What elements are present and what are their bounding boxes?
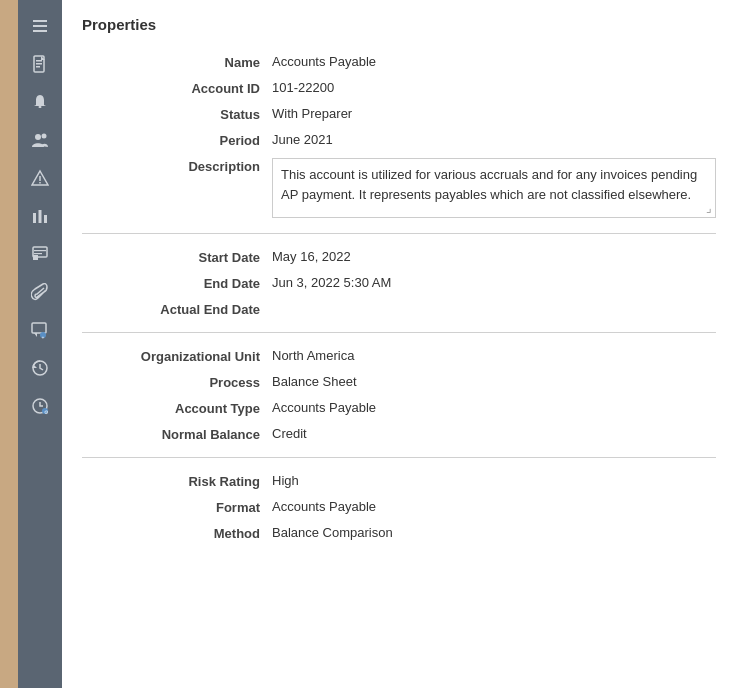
- period-row: Period June 2021: [82, 127, 716, 153]
- end-date-value: Jun 3, 2022 5:30 AM: [272, 275, 716, 290]
- resize-handle[interactable]: ⌟: [706, 202, 712, 214]
- account-type-label: Account Type: [82, 400, 272, 416]
- divider-3: [82, 457, 716, 458]
- color-sidebar-strip: [0, 0, 18, 688]
- process-row: Process Balance Sheet: [82, 369, 716, 395]
- people-icon[interactable]: [22, 122, 58, 158]
- svg-rect-20: [34, 253, 42, 254]
- svg-rect-15: [39, 210, 42, 223]
- paperclip-icon[interactable]: [22, 274, 58, 310]
- account-id-label: Account ID: [82, 80, 272, 96]
- divider-1: [82, 233, 716, 234]
- period-value: June 2021: [272, 132, 716, 147]
- account-type-row: Account Type Accounts Payable: [82, 395, 716, 421]
- svg-rect-18: [33, 255, 38, 260]
- org-unit-label: Organizational Unit: [82, 348, 272, 364]
- org-unit-value: North America: [272, 348, 716, 363]
- status-label: Status: [82, 106, 272, 122]
- status-value: With Preparer: [272, 106, 716, 121]
- status-row: Status With Preparer: [82, 101, 716, 127]
- svg-rect-14: [33, 213, 36, 223]
- account-id-row: Account ID 101-22200: [82, 75, 716, 101]
- svg-point-9: [35, 134, 41, 140]
- svg-point-10: [42, 134, 47, 139]
- chart-icon[interactable]: [22, 198, 58, 234]
- risk-rating-label: Risk Rating: [82, 473, 272, 489]
- icon-sidebar: + ⚙: [18, 0, 62, 688]
- help-icon[interactable]: [22, 236, 58, 272]
- name-label: Name: [82, 54, 272, 70]
- end-date-row: End Date Jun 3, 2022 5:30 AM: [82, 270, 716, 296]
- main-content: Properties Name Accounts Payable Account…: [62, 0, 736, 688]
- method-label: Method: [82, 525, 272, 541]
- comment-icon[interactable]: +: [22, 312, 58, 348]
- end-date-label: End Date: [82, 275, 272, 291]
- period-label: Period: [82, 132, 272, 148]
- description-row: Description This account is utilized for…: [82, 153, 716, 223]
- svg-rect-19: [34, 250, 46, 251]
- method-value: Balance Comparison: [272, 525, 716, 540]
- normal-balance-label: Normal Balance: [82, 426, 272, 442]
- warning-icon[interactable]: [22, 160, 58, 196]
- svg-rect-4: [36, 60, 42, 62]
- svg-rect-2: [33, 30, 47, 32]
- org-unit-row: Organizational Unit North America: [82, 343, 716, 369]
- actual-end-date-row: Actual End Date: [82, 296, 716, 322]
- divider-2: [82, 332, 716, 333]
- svg-marker-26: [33, 364, 37, 368]
- description-label: Description: [82, 158, 272, 174]
- bell-icon[interactable]: [22, 84, 58, 120]
- start-date-row: Start Date May 16, 2022: [82, 244, 716, 270]
- page-title: Properties: [82, 16, 716, 33]
- svg-rect-0: [33, 20, 47, 22]
- process-label: Process: [82, 374, 272, 390]
- normal-balance-row: Normal Balance Credit: [82, 421, 716, 447]
- account-type-value: Accounts Payable: [272, 400, 716, 415]
- svg-rect-16: [44, 215, 47, 223]
- risk-rating-value: High: [272, 473, 716, 488]
- account-id-value: 101-22200: [272, 80, 716, 95]
- process-value: Balance Sheet: [272, 374, 716, 389]
- properties-section: Name Accounts Payable Account ID 101-222…: [82, 49, 716, 546]
- name-value: Accounts Payable: [272, 54, 716, 69]
- svg-rect-8: [39, 106, 42, 108]
- svg-rect-12: [39, 176, 41, 181]
- history-icon[interactable]: [22, 350, 58, 386]
- start-date-value: May 16, 2022: [272, 249, 716, 264]
- svg-text:+: +: [42, 334, 45, 340]
- format-row: Format Accounts Payable: [82, 494, 716, 520]
- document-icon[interactable]: [22, 46, 58, 82]
- list-icon[interactable]: [22, 8, 58, 44]
- svg-rect-21: [32, 323, 46, 333]
- normal-balance-value: Credit: [272, 426, 716, 441]
- actual-end-date-label: Actual End Date: [82, 301, 272, 317]
- format-value: Accounts Payable: [272, 499, 716, 514]
- description-value: This account is utilized for various acc…: [272, 158, 716, 218]
- svg-rect-6: [36, 66, 40, 68]
- method-row: Method Balance Comparison: [82, 520, 716, 546]
- svg-rect-13: [39, 182, 41, 184]
- clock-settings-icon[interactable]: ⚙: [22, 388, 58, 424]
- start-date-label: Start Date: [82, 249, 272, 265]
- name-row: Name Accounts Payable: [82, 49, 716, 75]
- risk-rating-row: Risk Rating High: [82, 468, 716, 494]
- svg-rect-5: [36, 63, 42, 65]
- format-label: Format: [82, 499, 272, 515]
- svg-rect-1: [33, 25, 47, 27]
